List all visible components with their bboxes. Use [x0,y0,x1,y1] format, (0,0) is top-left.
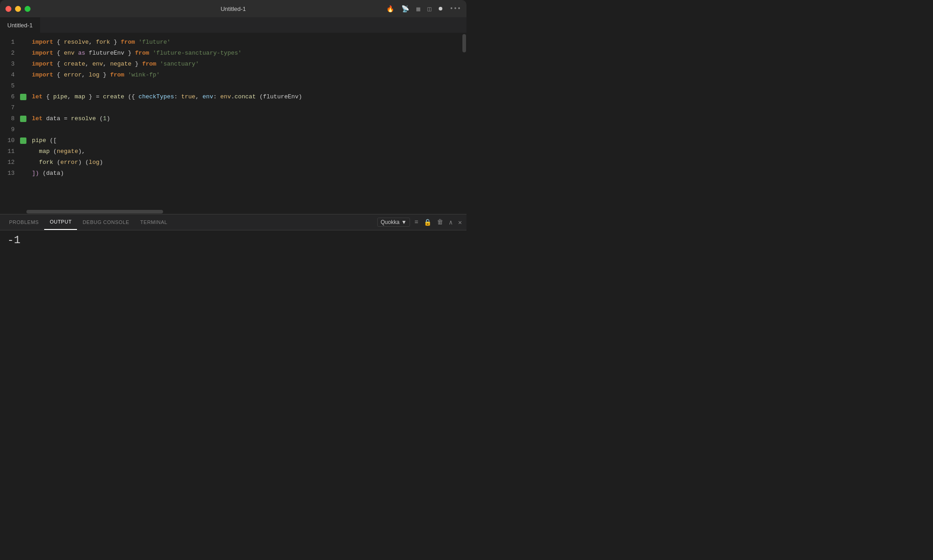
token: log [89,70,99,81]
token: map [39,146,50,157]
editor-tab[interactable]: Untitled-1 [0,17,41,33]
token: resolve [64,37,89,48]
token: ( [256,92,263,102]
token: , [85,59,92,70]
collapse-icon[interactable]: ∧ [448,218,453,227]
titlebar: Untitled-1 🔥 📡 ▦ ◫ ••• [0,0,466,17]
token: env [203,92,213,102]
token: concat [235,92,256,102]
lock-icon[interactable]: 🔒 [423,218,432,227]
tabbar: Untitled-1 [0,17,466,33]
token: pipe [32,135,46,146]
line-wrapper: 10 [0,135,28,146]
line-wrapper: 11 [0,146,28,157]
code-line [32,124,462,135]
split-icon[interactable]: ◫ [427,5,431,13]
line-wrapper: 12 [0,157,28,168]
h-scrollbar-thumb [26,210,163,214]
breakpoint-indicator [20,94,26,100]
token [149,48,153,59]
minimize-button[interactable] [15,6,21,12]
token: } [110,37,121,48]
line-number: 10 [0,135,20,146]
clear-icon[interactable]: 🗑 [436,218,444,227]
close-button[interactable] [5,6,11,12]
token: : [213,92,220,102]
token: 'wink-fp' [128,70,160,81]
code-line: pipe ([ [32,135,462,146]
more-icon[interactable]: ••• [450,5,461,12]
token: ) [298,92,302,102]
token: from [110,70,124,81]
token: import [32,59,53,70]
traffic-lights [5,6,31,12]
token: ), [78,146,85,157]
token: 'fluture' [138,37,170,48]
line-number: 6 [0,92,20,102]
maximize-button[interactable] [25,6,31,12]
token: ( [96,113,103,124]
filter-icon[interactable]: ≡ [414,218,419,227]
token [124,70,128,81]
token: error [60,157,78,168]
horizontal-scrollbar[interactable] [0,209,466,214]
token: , [67,92,75,102]
token: { [53,37,64,48]
code-line: import { create, env, negate } from 'san… [32,59,462,70]
code-line: import { resolve, fork } from 'fluture' [32,37,462,48]
vertical-scrollbar[interactable] [462,33,466,209]
token: ( [50,146,57,157]
token: let [32,113,42,124]
code-line: let { pipe, map } = create ({ checkTypes… [32,92,462,102]
tab-debug-console[interactable]: DEBUG CONSOLE [77,214,134,230]
token: ) [107,113,110,124]
tab-terminal[interactable]: TERMINAL [135,214,173,230]
token: ( [53,157,61,168]
code-area[interactable]: import { resolve, fork } from 'fluture'i… [28,33,462,209]
output-source-select[interactable]: Quokka ▼ [377,218,410,227]
token: ]) [32,168,39,179]
token: import [32,70,53,81]
token: flutureEnv [89,48,124,59]
token: error [64,70,82,81]
token: , [89,37,96,48]
line-wrapper: 3 [0,59,28,70]
chevron-down-icon: ▼ [401,219,407,225]
token: from [135,48,149,59]
flame-icon[interactable]: 🔥 [386,5,394,13]
token: log [89,157,99,168]
line-number: 3 [0,59,20,70]
line-number: 12 [0,157,20,168]
token: { [42,92,53,102]
token: } [124,48,135,59]
output-value: -1 [7,234,21,246]
tab-problems[interactable]: PROBLEMS [4,214,44,230]
editor-container: Untitled-1 12345678910111213 import { re… [0,17,466,280]
tab-output[interactable]: OUTPUT [44,214,77,230]
editor-main: 12345678910111213 import { resolve, fork… [0,33,466,209]
line-number: 2 [0,48,20,59]
code-line [32,102,462,113]
token: ) [60,168,64,179]
line-number: 9 [0,124,20,135]
layout-icon[interactable]: ▦ [416,5,420,13]
token: ) [99,157,103,168]
token [75,48,78,59]
token: . [231,92,235,102]
line-wrapper: 1 [0,37,28,48]
token [32,146,39,157]
code-line: ]) (data) [32,168,462,179]
breakpoint-indicator [20,137,26,144]
token: data [46,168,60,179]
token: 'sanctuary' [160,59,199,70]
token: env [92,59,103,70]
token: env [220,92,231,102]
broadcast-icon[interactable]: 📡 [401,5,409,13]
panel-output: -1 [0,230,466,280]
line-gutter: 12345678910111213 [0,33,28,209]
line-number: 8 [0,113,20,124]
breakpoint-indicator [20,116,26,122]
token [135,37,138,48]
code-editor: 12345678910111213 import { resolve, fork… [0,33,462,209]
close-panel-icon[interactable]: ✕ [457,218,463,227]
